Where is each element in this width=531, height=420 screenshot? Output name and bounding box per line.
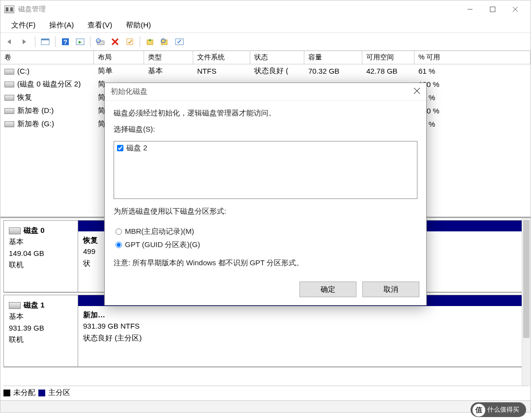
- close-button[interactable]: [504, 1, 527, 17]
- disk-checkbox-item[interactable]: 磁盘 2: [117, 143, 414, 153]
- volume-icon: [4, 108, 14, 114]
- properties-button[interactable]: [123, 35, 137, 49]
- minimize-button[interactable]: [459, 1, 481, 17]
- dialog-titlebar[interactable]: 初始化磁盘: [105, 83, 426, 101]
- mbr-option[interactable]: MBR(主启动记录)(M): [116, 225, 417, 238]
- volume-icon: [4, 69, 14, 75]
- disk-2-label: 磁盘 2: [126, 143, 148, 153]
- view-top-button[interactable]: [143, 35, 157, 49]
- col-layout[interactable]: 布局: [94, 51, 144, 64]
- watermark-icon: 值: [472, 404, 485, 417]
- legend-swatch-unallocated: [3, 390, 10, 396]
- col-free[interactable]: 可用空间: [362, 51, 414, 64]
- watermark: 值 什么值得买: [471, 402, 526, 417]
- svg-rect-5: [41, 39, 49, 40]
- svg-rect-13: [127, 39, 133, 45]
- legend-unallocated: 未分配: [13, 388, 35, 397]
- app-icon: [4, 5, 14, 13]
- col-fs[interactable]: 文件系统: [193, 51, 250, 64]
- statusbar: [0, 400, 531, 412]
- volume-icon: [4, 82, 14, 87]
- volume-icon: [4, 121, 14, 127]
- disk-icon: [9, 227, 21, 234]
- menu-view[interactable]: 查看(V): [81, 19, 119, 32]
- action-button[interactable]: [73, 35, 87, 49]
- disk-select-list[interactable]: 磁盘 2: [114, 141, 417, 199]
- menu-file[interactable]: 文件(F): [4, 19, 42, 32]
- initialize-disk-dialog: 初始化磁盘 磁盘必须经过初始化，逻辑磁盘管理器才能访问。 选择磁盘(S): 磁盘…: [104, 83, 427, 306]
- cancel-button[interactable]: 取消: [362, 281, 419, 297]
- dialog-message: 磁盘必须经过初始化，逻辑磁盘管理器才能访问。: [114, 109, 417, 118]
- partition-style-label: 为所选磁盘使用以下磁盘分区形式:: [114, 207, 417, 216]
- col-status[interactable]: 状态: [250, 51, 304, 64]
- legend-primary: 主分区: [48, 388, 70, 397]
- scrollbar[interactable]: [522, 218, 531, 387]
- mbr-label: MBR(主启动记录)(M): [125, 227, 194, 236]
- menubar: 文件(F) 操作(A) 查看(V) 帮助(H): [0, 18, 531, 33]
- menu-action[interactable]: 操作(A): [42, 19, 81, 32]
- col-capacity[interactable]: 容量: [304, 51, 362, 64]
- disk-partition[interactable]: 新加…931.39 GB NTFS状态良好 (主分区): [78, 295, 528, 367]
- col-type[interactable]: 类型: [144, 51, 193, 64]
- col-pct[interactable]: % 可用: [414, 51, 531, 64]
- view-bottom-button[interactable]: [158, 35, 172, 49]
- table-row[interactable]: (C:)简单基本NTFS状态良好 (70.32 GB42.78 GB61 %: [0, 64, 531, 78]
- legend: 未分配 主分区: [3, 386, 528, 397]
- ok-button[interactable]: 确定: [299, 281, 356, 297]
- volume-table-header: 卷 布局 类型 文件系统 状态 容量 可用空间 % 可用: [0, 51, 531, 64]
- gpt-label: GPT (GUID 分区表)(G): [125, 240, 200, 250]
- mbr-radio[interactable]: [116, 228, 122, 235]
- settings-button[interactable]: [173, 35, 186, 49]
- legend-swatch-primary: [38, 390, 45, 396]
- disk-2-checkbox[interactable]: [117, 145, 123, 151]
- volume-icon: [4, 95, 14, 101]
- titlebar[interactable]: 磁盘管理: [0, 0, 531, 18]
- back-button[interactable]: [3, 35, 17, 49]
- help-button[interactable]: ?: [59, 35, 72, 49]
- window-title: 磁盘管理: [18, 5, 46, 14]
- dialog-note: 注意: 所有早期版本的 Windows 都不识别 GPT 分区形式。: [114, 258, 417, 268]
- delete-button[interactable]: [108, 35, 122, 49]
- disk-info: 磁盘 0基本149.04 GB联机: [3, 220, 78, 292]
- dialog-body: 磁盘必须经过初始化，逻辑磁盘管理器才能访问。 选择磁盘(S): 磁盘 2 为所选…: [105, 101, 426, 277]
- dialog-title: 初始化磁盘: [111, 87, 148, 96]
- svg-rect-1: [490, 7, 495, 12]
- maximize-button[interactable]: [481, 1, 504, 17]
- toolbar: ?: [0, 33, 531, 51]
- svg-text:?: ?: [63, 38, 67, 46]
- show-hide-tree-button[interactable]: [38, 35, 52, 49]
- disk-row[interactable]: 磁盘 1基本931.39 GB联机新加…931.39 GB NTFS状态良好 (…: [3, 295, 528, 367]
- gpt-radio[interactable]: [116, 242, 122, 248]
- dialog-buttons: 确定 取消: [105, 277, 426, 305]
- dialog-close-button[interactable]: [413, 87, 420, 96]
- disk-icon: [9, 302, 21, 309]
- watermark-text: 什么值得买: [487, 406, 519, 413]
- partition-style-group: MBR(主启动记录)(M) GPT (GUID 分区表)(G): [114, 223, 417, 258]
- disk-info: 磁盘 1基本931.39 GB联机: [3, 295, 78, 367]
- refresh-button[interactable]: [93, 35, 107, 49]
- forward-button[interactable]: [18, 35, 32, 49]
- col-volume[interactable]: 卷: [0, 51, 94, 64]
- select-disk-label: 选择磁盘(S):: [114, 125, 417, 134]
- menu-help[interactable]: 帮助(H): [119, 19, 158, 32]
- gpt-option[interactable]: GPT (GUID 分区表)(G): [116, 238, 417, 252]
